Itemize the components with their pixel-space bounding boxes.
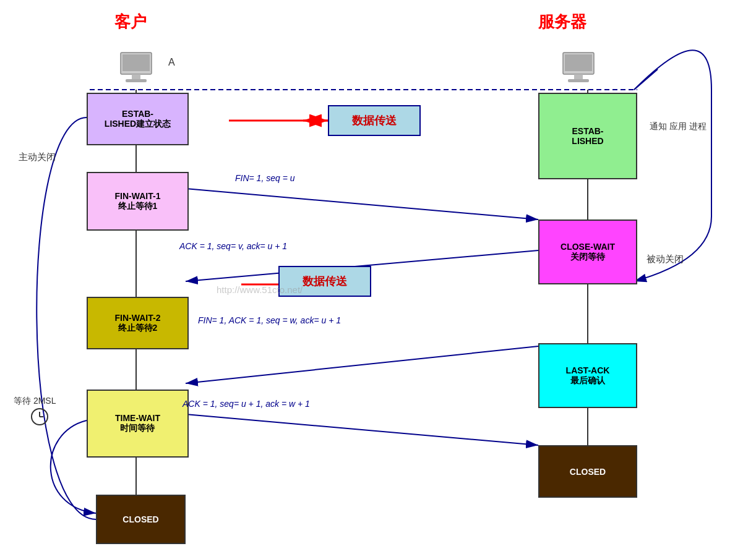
data-transfer-top-label: 数据传送 bbox=[352, 113, 397, 128]
closed-client-label: CLOSED bbox=[122, 514, 158, 524]
closed-client-box: CLOSED bbox=[96, 495, 186, 544]
close-wait-label: CLOSE-WAIT关闭等待 bbox=[561, 242, 615, 263]
data-transfer-mid-label: 数据传送 bbox=[303, 274, 347, 289]
clock-icon bbox=[30, 407, 49, 429]
closed-server-box: CLOSED bbox=[538, 445, 637, 498]
passive-close-label: 被动关闭 bbox=[646, 254, 684, 265]
fin1-label: FIN= 1, seq = u bbox=[235, 173, 295, 183]
active-close-label: 主动关闭 bbox=[19, 151, 56, 163]
last-ack-label: LAST-ACK最后确认 bbox=[566, 365, 610, 386]
closed-server-label: CLOSED bbox=[570, 467, 606, 477]
wait-2msl-label: 等待 2MSL bbox=[14, 396, 56, 407]
fin-wait-2-box: FIN-WAIT-2终止等待2 bbox=[87, 297, 189, 349]
fin-wait-1-label: FIN-WAIT-1终止等待1 bbox=[115, 191, 161, 212]
svg-rect-19 bbox=[565, 54, 592, 71]
svg-rect-20 bbox=[574, 74, 583, 79]
notify-app-label: 通知 应用 进程 bbox=[650, 121, 707, 133]
ack2-label: ACK = 1, seq= u + 1, ack = w + 1 bbox=[183, 399, 310, 409]
svg-rect-16 bbox=[132, 74, 140, 79]
last-ack-box: LAST-ACK最后确认 bbox=[538, 343, 637, 408]
svg-line-9 bbox=[186, 346, 538, 383]
svg-rect-21 bbox=[568, 79, 589, 82]
established-client-label: ESTAB-LISHED建立状态 bbox=[105, 109, 171, 130]
established-client-box: ESTAB-LISHED建立状态 bbox=[87, 93, 189, 145]
time-wait-box: TIME-WAIT时间等待 bbox=[87, 390, 189, 458]
close-wait-box: CLOSE-WAIT关闭等待 bbox=[538, 219, 637, 284]
watermark: http://www.51cto.net/ bbox=[217, 284, 303, 295]
ack1-label: ACK = 1, seq= v, ack= u + 1 bbox=[179, 241, 287, 251]
established-server-box: ESTAB-LISHED bbox=[538, 93, 637, 179]
svg-line-10 bbox=[186, 414, 538, 445]
server-computer-icon bbox=[557, 49, 600, 89]
svg-line-7 bbox=[186, 189, 538, 219]
fin-wait-1-box: FIN-WAIT-1终止等待1 bbox=[87, 172, 189, 231]
established-server-label: ESTAB-LISHED bbox=[572, 126, 603, 146]
svg-rect-17 bbox=[126, 79, 147, 82]
time-wait-label: TIME-WAIT时间等待 bbox=[115, 413, 160, 434]
data-transfer-top-box: 数据传送 bbox=[328, 105, 421, 136]
arrows-svg bbox=[0, 0, 756, 554]
client-sublabel: A bbox=[168, 57, 175, 68]
fin-wait-2-label: FIN-WAIT-2终止等待2 bbox=[115, 313, 161, 334]
server-label: 服务器 bbox=[538, 11, 586, 33]
tcp-diagram: 客户 服务器 A B ESTAB-LISHED建立状态 FIN-WAIT-1终止… bbox=[0, 0, 756, 554]
client-label: 客户 bbox=[114, 11, 147, 33]
fin2-label: FIN= 1, ACK = 1, seq = w, ack= u + 1 bbox=[198, 315, 341, 325]
client-computer-icon bbox=[114, 49, 158, 89]
svg-rect-15 bbox=[122, 54, 150, 71]
